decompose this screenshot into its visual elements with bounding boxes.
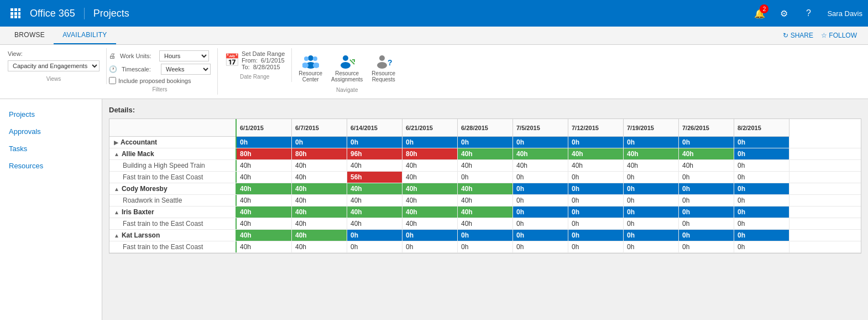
notification-badge: 2 xyxy=(760,4,768,13)
grid-cell: 0h xyxy=(513,183,568,194)
user-name[interactable]: Sara Davis xyxy=(827,9,862,18)
sidebar-item-projects[interactable]: Projects xyxy=(0,106,102,123)
grid-cell: 0h xyxy=(679,183,734,194)
svg-rect-6 xyxy=(11,16,13,18)
grid-header-row: 6/1/20156/7/20156/14/20156/21/20156/28/2… xyxy=(237,119,861,137)
filters-group-label: Filters xyxy=(152,86,167,92)
task-row[interactable]: Building a High Speed Train xyxy=(109,160,237,172)
sidebar-item-resources[interactable]: Resources xyxy=(0,157,102,174)
grid-col-header: 8/2/2015 xyxy=(734,119,789,137)
grid-cell: 0h xyxy=(679,195,734,206)
grid-cell: 0h xyxy=(679,230,734,241)
svg-point-13 xyxy=(313,56,317,61)
row-name: Fast train to the East Coast xyxy=(123,220,203,228)
grid-cell: 0h xyxy=(734,195,789,206)
task-row[interactable]: Fast train to the East Coast xyxy=(109,218,237,230)
resource-assignments-button[interactable]: ResourceAssignments xyxy=(329,50,365,85)
task-row[interactable]: Fast train to the East Coast xyxy=(109,172,237,183)
settings-button[interactable]: ⚙ xyxy=(774,3,794,23)
grid-cell: 0h xyxy=(513,172,568,183)
grid-cell: 0h xyxy=(624,172,679,183)
grid-cell: 0h xyxy=(458,241,513,252)
resource-row[interactable]: ▲Iris Baxter xyxy=(109,207,237,218)
data-row: 80h80h96h80h40h40h40h40h40h0h xyxy=(237,148,861,160)
expand-icon: ▶ xyxy=(114,140,118,146)
grid-col-header: 7/5/2015 xyxy=(513,119,568,137)
follow-button[interactable]: ☆ FOLLOW xyxy=(821,32,857,39)
grid-cell: 0h xyxy=(402,241,458,252)
grid-cell: 40h xyxy=(237,172,292,183)
app-name: Office 365 xyxy=(30,8,85,19)
sidebar-item-approvals[interactable]: Approvals xyxy=(0,123,102,140)
include-proposed-checkbox[interactable] xyxy=(109,77,116,84)
view-select[interactable]: Capacity and Engagements xyxy=(8,60,100,71)
grid-cell: 40h xyxy=(679,148,734,159)
sidebar-item-tasks[interactable]: Tasks xyxy=(0,140,102,157)
resource-row[interactable]: ▲Cody Moresby xyxy=(109,183,237,195)
set-date-range-button[interactable]: 📅 Set Date Range From: 6/1/2015 To: 8/28… xyxy=(224,50,285,70)
grid-col-header: 7/19/2015 xyxy=(624,119,679,137)
notification-button[interactable]: 🔔 2 xyxy=(750,3,770,23)
grid-cell: 80h xyxy=(237,148,292,159)
grid-cell: 0h xyxy=(624,195,679,206)
grid-cell: 0h xyxy=(568,172,624,183)
grid-cell: 40h xyxy=(458,218,513,229)
share-icon: ↻ xyxy=(783,32,788,39)
grid-cell: 40h xyxy=(402,218,458,229)
grid-cell: 40h xyxy=(402,160,458,171)
grid-cell: 40h xyxy=(402,172,458,183)
grid-col-header: 6/14/2015 xyxy=(347,119,402,137)
grid-cell: 0h xyxy=(624,218,679,229)
grid-cell: 0h xyxy=(679,207,734,218)
help-button[interactable]: ? xyxy=(798,3,818,23)
date-range-group: 📅 Set Date Range From: 6/1/2015 To: 8/28… xyxy=(218,48,292,82)
grid-left-header xyxy=(109,119,236,137)
expand-icon: ▲ xyxy=(114,151,119,157)
date-range-group-label: Date Range xyxy=(240,74,269,80)
task-row[interactable]: Roadwork in Seattle xyxy=(109,195,237,207)
navigate-group-label: Navigate xyxy=(336,87,358,93)
resource-row[interactable]: ▶Accountant xyxy=(109,137,237,148)
svg-rect-0 xyxy=(11,8,13,11)
row-name: Fast train to the East Coast xyxy=(123,243,203,251)
grid-cell: 40h xyxy=(347,183,402,194)
calendar-icon: 📅 xyxy=(224,53,239,68)
resource-requests-button[interactable]: ? ResourceRequests xyxy=(369,50,398,85)
data-row: 40h40h40h40h40h0h0h0h0h0h xyxy=(237,195,861,207)
grid-cell: 40h xyxy=(292,230,347,241)
grid-left-panel: ▶Accountant▲Allie MackBuilding a High Sp… xyxy=(109,119,237,253)
task-row[interactable]: Fast train to the East Coast xyxy=(109,241,237,253)
grid-cell: 0h xyxy=(513,137,568,148)
module-name: Projects xyxy=(93,8,750,19)
resource-center-label: ResourceCenter xyxy=(299,70,322,82)
svg-rect-3 xyxy=(11,12,13,15)
grid-cell: 0h xyxy=(734,207,789,218)
work-units-select[interactable]: Hours xyxy=(159,50,209,61)
grid-cell: 40h xyxy=(402,183,458,194)
grid-cell: 40h xyxy=(624,148,679,159)
work-units-label: Work Units: xyxy=(120,53,156,59)
grid-cell: 0h xyxy=(513,230,568,241)
grid-cell: 0h xyxy=(513,195,568,206)
grid-cell: 80h xyxy=(402,148,458,159)
grid-cell: 0h xyxy=(568,218,624,229)
grid-cell: 40h xyxy=(292,218,347,229)
svg-rect-7 xyxy=(14,16,17,18)
timescale-label: Timescale: xyxy=(122,66,158,73)
grid-cell: 0h xyxy=(458,230,513,241)
resource-center-button[interactable]: ResourceCenter xyxy=(296,50,325,85)
resource-row[interactable]: ▲Kat Larsson xyxy=(109,230,237,241)
waffle-menu-button[interactable] xyxy=(6,3,25,23)
help-icon: ? xyxy=(806,8,811,18)
grid-cell: 40h xyxy=(402,195,458,206)
resource-row[interactable]: ▲Allie Mack xyxy=(109,148,237,160)
date-range-button-label: Set Date Range xyxy=(242,50,285,57)
grid-cell: 0h xyxy=(568,230,624,241)
tab-availability[interactable]: AVAILABILITY xyxy=(54,27,116,44)
share-button[interactable]: ↻ SHARE xyxy=(783,32,813,39)
timescale-select[interactable]: Weeks xyxy=(161,64,211,75)
grid-cell: 96h xyxy=(347,148,402,159)
row-name: Allie Mack xyxy=(122,150,154,158)
row-name: Roadwork in Seattle xyxy=(123,197,182,204)
tab-browse[interactable]: BROWSE xyxy=(6,27,54,44)
